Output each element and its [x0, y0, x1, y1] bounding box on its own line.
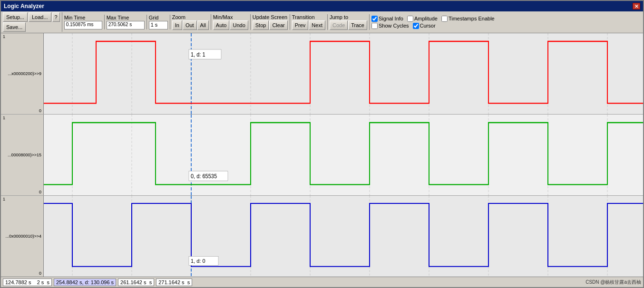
toolbar: Setup... Load... ? Save... Min Time 0.15… [1, 11, 643, 33]
signal-label-2: 1 ...00008000)>>15 0 [1, 115, 44, 195]
minmax-stack: Min/Max Auto Undo [213, 14, 248, 30]
prev-button[interactable]: Prev [292, 20, 309, 30]
signal-row-2: 1 ...00008000)>>15 0 [1, 115, 643, 196]
undo-button[interactable]: Undo [230, 20, 248, 30]
sig3-high: 1 [3, 197, 5, 202]
setup-button[interactable]: Setup... [3, 12, 28, 22]
signal-row-3: 1 ...0x00000010)>>4 0 [1, 196, 643, 277]
signal-info-checkbox[interactable] [371, 16, 378, 22]
mintime-stack: Min Time 0.150875 ms [64, 15, 102, 29]
status-watermark: CSDN @杨枝甘露a去西柚 [585, 279, 641, 286]
grid-label: Grid [149, 15, 168, 20]
file-buttons: Setup... Load... ? Save... [3, 12, 60, 32]
transition-group: Transition Prev Next [292, 14, 328, 30]
svg-text:0,  d: 65535: 0, d: 65535 [191, 173, 217, 179]
status-time-cursor: 254.8842 s, d: 130.096 s [54, 278, 116, 286]
file-group: Setup... Load... ? Save... [3, 12, 62, 32]
max-time-value: 270.5062 s [107, 21, 145, 29]
update-screen-label: Update Screen [253, 14, 288, 20]
code-button[interactable]: Code [330, 20, 348, 30]
signal-row-1: 1 ...x00000200)>>9 0 [1, 33, 643, 115]
minmax-label: Min/Max [213, 14, 248, 20]
signal-label-3: 1 ...0x00000010)>>4 0 [1, 196, 44, 277]
status-left: 124.7882 s 2 s s 254.8842 s, d: 130.096 … [3, 278, 585, 286]
zoom-group: Zoom In Out All [172, 14, 211, 30]
timestamps-checkbox-container[interactable]: Timestamps Enable [441, 16, 495, 22]
window-title: Logic Analyzer [4, 3, 44, 10]
help-button[interactable]: ? [52, 12, 60, 22]
min-time-label: Min Time [64, 15, 102, 20]
minmax-group: Min/Max Auto Undo [213, 14, 251, 30]
zoom-stack: Zoom In Out All [172, 14, 209, 30]
amplitude-checkbox[interactable] [407, 16, 413, 22]
signal-label-1: 1 ...x00000200)>>9 0 [1, 33, 44, 114]
maxtime-stack: Max Time 270.5062 s [107, 15, 145, 29]
max-time-label: Max Time [107, 15, 145, 20]
grid-value: 1 s [149, 21, 168, 29]
next-button[interactable]: Next [309, 20, 325, 30]
sig2-name: ...00008000)>>15 [3, 153, 41, 157]
transition-label: Transition [292, 14, 325, 20]
trace-button[interactable]: Trace [348, 20, 367, 30]
sig2-high: 1 [3, 115, 5, 120]
show-cycles-label: Show Cycles [379, 23, 409, 29]
jumpto-group: Jump to Code Trace [330, 14, 370, 30]
sig3-name: ...0x00000010)>>4 [3, 234, 41, 239]
zoom-in-button[interactable]: In [172, 20, 182, 30]
clear-button[interactable]: Clear [269, 20, 287, 30]
min-time-value: 0.150875 ms [64, 21, 102, 29]
amplitude-label: Amplitude [414, 16, 438, 21]
update-stack: Update Screen Stop Clear [253, 14, 288, 30]
timestamps-label: Timestamps Enable [449, 16, 495, 21]
mintime-group: Min Time 0.150875 ms [64, 15, 105, 29]
maxtime-group: Max Time 270.5062 s [107, 15, 147, 29]
cursor-checkbox[interactable] [413, 23, 419, 29]
sig1-high: 1 [3, 34, 5, 39]
signal-info-checkbox-container[interactable]: Signal Info [371, 16, 403, 22]
show-cycles-checkbox-container[interactable]: Show Cycles [371, 23, 409, 29]
stop-button[interactable]: Stop [253, 20, 269, 30]
cursor-label: Cursor [420, 23, 436, 29]
sig1-name: ...x00000200)>>9 [3, 71, 41, 76]
logic-analyzer-window: Logic Analyzer ✕ Setup... Load... ? Save… [0, 0, 644, 288]
grid-stack: Grid 1 s [149, 15, 168, 29]
zoom-label: Zoom [172, 14, 209, 20]
grid-group: Grid 1 s [149, 15, 170, 29]
auto-button[interactable]: Auto [213, 20, 230, 30]
status-time-mid: 261.1642 s s [118, 278, 154, 286]
status-time-right: 271.1642 s s [156, 278, 192, 286]
close-button[interactable]: ✕ [633, 3, 640, 10]
signal-canvas-2[interactable]: 0, d: 65535 [44, 115, 643, 195]
options-group: Signal Info Amplitude Timestamps Enable … [371, 16, 497, 29]
transition-stack: Transition Prev Next [292, 14, 325, 30]
signal-svg-2: 0, d: 65535 [44, 115, 643, 195]
main-content: 1 ...x00000200)>>9 0 [1, 33, 643, 277]
jumpto-label: Jump to [330, 14, 367, 20]
zoom-out-button[interactable]: Out [183, 20, 197, 30]
timestamps-checkbox[interactable] [441, 16, 448, 22]
show-cycles-checkbox[interactable] [371, 23, 378, 29]
signal-svg-3: 1, d: 0 [44, 196, 643, 277]
load-button[interactable]: Load... [29, 12, 51, 22]
svg-text:1,  d: 0: 1, d: 0 [191, 258, 205, 264]
svg-text:1,  d: 1: 1, d: 1 [191, 51, 205, 58]
jumpto-stack: Jump to Code Trace [330, 14, 367, 30]
sig2-low: 0 [39, 190, 41, 194]
signal-area: 1 ...x00000200)>>9 0 [1, 33, 643, 277]
signal-info-label: Signal Info [379, 16, 403, 21]
update-group: Update Screen Stop Clear [253, 14, 290, 30]
signal-svg-1: 1, d: 1 [44, 33, 643, 114]
cursor-checkbox-container[interactable]: Cursor [413, 23, 436, 29]
signal-canvas-3[interactable]: 1, d: 0 [44, 196, 643, 277]
title-bar: Logic Analyzer ✕ [1, 1, 643, 11]
zoom-all-button[interactable]: All [197, 20, 209, 30]
sig1-low: 0 [39, 108, 41, 113]
sig3-low: 0 [39, 271, 41, 276]
signal-canvas-1[interactable]: 1, d: 1 [44, 33, 643, 114]
status-bar: 124.7882 s 2 s s 254.8842 s, d: 130.096 … [1, 277, 643, 287]
status-time-left: 124.7882 s 2 s s [3, 278, 52, 286]
amplitude-checkbox-container[interactable]: Amplitude [407, 16, 438, 22]
save-button[interactable]: Save... [3, 22, 26, 32]
